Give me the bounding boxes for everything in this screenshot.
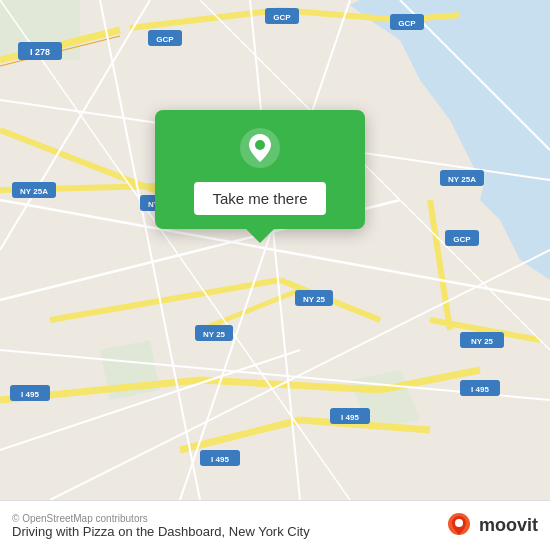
navigation-popup: Take me there [155, 110, 365, 229]
take-me-there-button[interactable]: Take me there [194, 182, 325, 215]
svg-text:NY 25: NY 25 [203, 330, 226, 339]
map-svg: I 278 GCP GCP GCP GCP NY 25A NY 25A NY 2… [0, 0, 550, 500]
bottom-bar: © OpenStreetMap contributors Driving wit… [0, 500, 550, 550]
copyright-text: © OpenStreetMap contributors [12, 513, 310, 524]
svg-text:I 278: I 278 [30, 47, 50, 57]
svg-text:GCP: GCP [156, 35, 174, 44]
svg-text:GCP: GCP [398, 19, 416, 28]
svg-point-68 [255, 140, 265, 150]
svg-text:I 495: I 495 [211, 455, 229, 464]
location-pin-icon [238, 126, 282, 170]
svg-text:NY 25: NY 25 [303, 295, 326, 304]
svg-text:NY 25A: NY 25A [20, 187, 48, 196]
svg-text:I 495: I 495 [341, 413, 359, 422]
svg-text:NY 25: NY 25 [471, 337, 494, 346]
svg-text:I 495: I 495 [471, 385, 489, 394]
moovit-logo: moovit [445, 512, 538, 540]
svg-text:I 495: I 495 [21, 390, 39, 399]
moovit-icon [445, 512, 473, 540]
bottom-left-info: © OpenStreetMap contributors Driving wit… [12, 513, 310, 539]
svg-point-70 [455, 519, 463, 527]
svg-text:GCP: GCP [273, 13, 291, 22]
location-title: Driving with Pizza on the Dashboard, New… [12, 524, 310, 539]
map-container: I 278 GCP GCP GCP GCP NY 25A NY 25A NY 2… [0, 0, 550, 500]
moovit-label: moovit [479, 515, 538, 536]
svg-text:GCP: GCP [453, 235, 471, 244]
svg-text:NY 25A: NY 25A [448, 175, 476, 184]
